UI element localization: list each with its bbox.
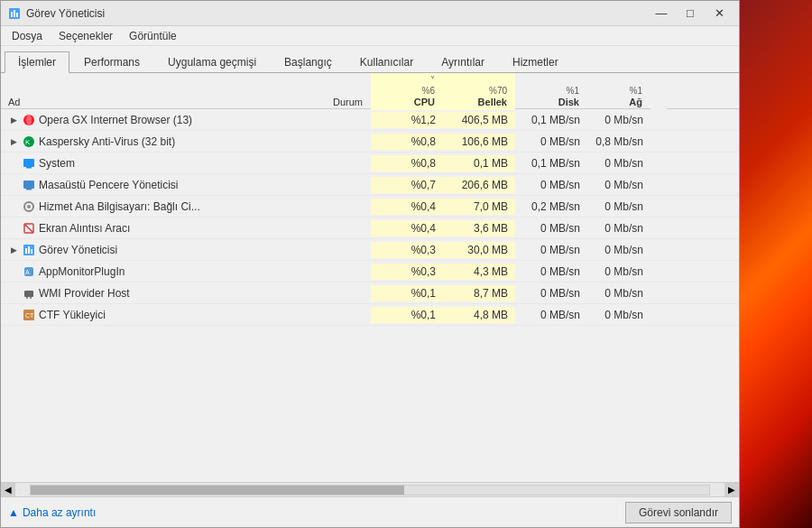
table-row[interactable]: WMI Provider Host%0,18,7 MB0 MB/sn0 Mb/s… bbox=[1, 283, 739, 304]
process-cpu-cell: %0,1 bbox=[371, 307, 443, 323]
menu-dosya[interactable]: Dosya bbox=[5, 28, 50, 44]
process-network-cell: 0 Mb/sn bbox=[587, 242, 651, 258]
col-header-disk[interactable]: %1 Disk bbox=[515, 73, 587, 110]
scroll-left-button[interactable]: ◀ bbox=[1, 483, 15, 497]
col-header-memory[interactable]: %70 Bellek bbox=[443, 73, 515, 110]
table-row[interactable]: Ekran Alıntısı Aracı%0,43,6 MB0 MB/sn0 M… bbox=[1, 218, 739, 239]
process-network-cell: 0 Mb/sn bbox=[587, 177, 651, 193]
svg-rect-1 bbox=[11, 12, 13, 17]
process-network-cell: 0 Mb/sn bbox=[587, 112, 651, 128]
process-network-cell: 0 Mb/sn bbox=[587, 264, 651, 280]
process-status-cell bbox=[281, 205, 371, 208]
process-icon: CT bbox=[23, 309, 35, 321]
disk-percent: %1 bbox=[567, 86, 579, 97]
end-task-button[interactable]: Görevi sonlandır bbox=[625, 502, 732, 523]
process-name: Hizmet Ana Bilgisayarı: Bağlı Ci... bbox=[39, 200, 200, 213]
process-name-cell: ▶Opera GX Internet Browser (13) bbox=[1, 112, 281, 128]
memory-label: Bellek bbox=[478, 97, 507, 108]
menu-goruntule[interactable]: Görüntüle bbox=[122, 28, 184, 44]
tab-ayrintilar[interactable]: Ayrıntılar bbox=[428, 51, 498, 72]
maximize-button[interactable]: □ bbox=[678, 5, 703, 23]
process-name-cell: System bbox=[1, 155, 281, 171]
table-row[interactable]: ▶Opera GX Internet Browser (13)%1,2406,5… bbox=[1, 109, 739, 131]
scroll-right-button[interactable]: ▶ bbox=[724, 483, 739, 497]
table-row[interactable]: AAppMonitorPlugIn%0,34,3 MB0 MB/sn0 Mb/s… bbox=[1, 261, 739, 283]
menu-secenekler[interactable]: Seçenekler bbox=[51, 28, 120, 44]
table-row[interactable]: System%0,80,1 MB0,1 MB/sn0 Mb/sn bbox=[1, 153, 739, 174]
svg-rect-8 bbox=[23, 159, 34, 167]
process-disk-cell: 0,1 MB/sn bbox=[515, 112, 587, 128]
svg-rect-9 bbox=[26, 167, 32, 169]
process-cpu-cell: %0,1 bbox=[371, 285, 443, 301]
menu-bar: Dosya Seçenekler Görüntüle bbox=[1, 26, 739, 46]
expand-arrow-icon[interactable]: ▶ bbox=[8, 137, 19, 146]
process-disk-cell: 0,2 MB/sn bbox=[515, 199, 587, 215]
process-name: Görev Yöneticisi bbox=[39, 244, 117, 256]
svg-rect-2 bbox=[14, 10, 15, 17]
table-row[interactable]: CTCTF Yükleyici%0,14,8 MB0 MB/sn0 Mb/sn bbox=[1, 304, 739, 326]
tab-islemler[interactable]: İşlemler bbox=[5, 51, 69, 73]
scrollbar-thumb[interactable] bbox=[31, 486, 404, 495]
table-row[interactable]: Hizmet Ana Bilgisayarı: Bağlı Ci...%0,47… bbox=[1, 196, 739, 218]
title-bar-left: Görev Yöneticisi bbox=[8, 7, 105, 20]
cpu-label: CPU bbox=[414, 97, 435, 108]
process-disk-cell: 0 MB/sn bbox=[515, 220, 587, 236]
svg-point-13 bbox=[27, 205, 31, 208]
process-cpu-cell: %1,2 bbox=[371, 112, 443, 128]
process-network-cell: 0 Mb/sn bbox=[587, 155, 651, 171]
less-detail-label[interactable]: Daha az ayrıntı bbox=[23, 506, 96, 519]
col-name-label: Ad bbox=[8, 97, 20, 108]
process-network-cell: 0 Mb/sn bbox=[587, 307, 651, 323]
process-memory-cell: 30,0 MB bbox=[443, 242, 515, 258]
table-row[interactable]: Masaüstü Pencere Yöneticisi%0,7206,6 MB0… bbox=[1, 174, 739, 196]
process-cpu-cell: %0,3 bbox=[371, 264, 443, 280]
col-header-name[interactable]: Ad bbox=[1, 73, 281, 110]
tab-uygulama-gecmisi[interactable]: Uygulama geçmişi bbox=[154, 51, 270, 72]
process-status-cell bbox=[281, 140, 371, 144]
process-name-cell: Masaüstü Pencere Yöneticisi bbox=[1, 177, 281, 193]
process-name: Opera GX Internet Browser (13) bbox=[39, 114, 192, 126]
col-header-cpu[interactable]: ˅ %6 CPU bbox=[371, 73, 443, 110]
sort-icon: ˅ bbox=[430, 75, 435, 86]
process-cpu-cell: %0,4 bbox=[371, 199, 443, 215]
process-cpu-cell: %0,7 bbox=[371, 177, 443, 193]
col-header-network[interactable]: %1 Ağ bbox=[587, 73, 651, 110]
tab-kullanicilar[interactable]: Kullanıcılar bbox=[346, 51, 427, 72]
expand-arrow-icon[interactable]: ▶ bbox=[8, 116, 19, 125]
tabs-bar: İşlemler Performans Uygulama geçmişi Baş… bbox=[1, 46, 739, 73]
tab-hizmetler[interactable]: Hizmetler bbox=[499, 51, 572, 72]
horizontal-scrollbar[interactable]: ◀ ▶ bbox=[1, 482, 739, 496]
process-icon bbox=[23, 222, 35, 235]
tab-baslangic[interactable]: Başlangıç bbox=[271, 51, 346, 72]
minimize-button[interactable]: — bbox=[649, 5, 674, 23]
process-status-cell bbox=[281, 313, 371, 317]
col-header-status[interactable]: Durum bbox=[281, 73, 371, 110]
process-memory-cell: 0,1 MB bbox=[443, 155, 515, 171]
svg-rect-10 bbox=[23, 181, 34, 189]
process-name: Ekran Alıntısı Aracı bbox=[39, 222, 130, 235]
close-button[interactable]: ✕ bbox=[706, 5, 732, 23]
process-disk-cell: 0,1 MB/sn bbox=[515, 155, 587, 171]
col-status-label: Durum bbox=[333, 97, 363, 108]
table-row[interactable]: ▶KKaspersky Anti-Virus (32 bit)%0,8106,6… bbox=[1, 131, 739, 153]
process-name-cell: Hizmet Ana Bilgisayarı: Bağlı Ci... bbox=[1, 199, 281, 215]
svg-rect-22 bbox=[24, 291, 33, 297]
process-memory-cell: 406,5 MB bbox=[443, 112, 515, 128]
process-status-cell bbox=[281, 118, 371, 122]
process-cpu-cell: %0,3 bbox=[371, 242, 443, 258]
tab-performans[interactable]: Performans bbox=[70, 51, 153, 72]
svg-rect-19 bbox=[31, 249, 32, 254]
less-detail-button[interactable]: ▲ Daha az ayrıntı bbox=[8, 506, 96, 519]
process-disk-cell: 0 MB/sn bbox=[515, 285, 587, 301]
process-network-cell: 0,8 Mb/sn bbox=[587, 134, 651, 150]
process-memory-cell: 106,6 MB bbox=[443, 134, 515, 150]
process-table-body[interactable]: ▶Opera GX Internet Browser (13)%1,2406,5… bbox=[1, 109, 739, 482]
scrollbar-track[interactable] bbox=[30, 485, 710, 496]
process-memory-cell: 206,6 MB bbox=[443, 177, 515, 193]
expand-arrow-icon[interactable]: ▶ bbox=[8, 245, 19, 255]
process-disk-cell: 0 MB/sn bbox=[515, 307, 587, 323]
process-icon bbox=[23, 179, 35, 191]
table-row[interactable]: ▶Görev Yöneticisi%0,330,0 MB0 MB/sn0 Mb/… bbox=[1, 239, 739, 261]
process-icon: K bbox=[23, 135, 35, 148]
process-status-cell bbox=[281, 292, 371, 295]
